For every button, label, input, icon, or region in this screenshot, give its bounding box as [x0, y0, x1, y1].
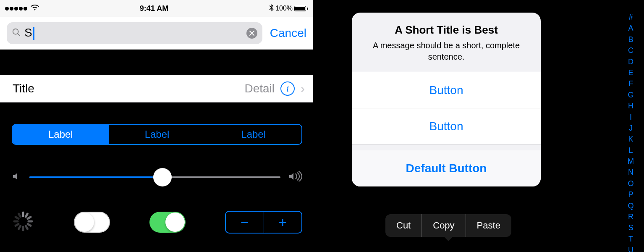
cell-detail: Detail — [244, 82, 275, 95]
index-N[interactable]: N — [628, 168, 634, 177]
slider-thumb[interactable] — [153, 168, 172, 186]
switch-on[interactable] — [149, 212, 186, 233]
index-S[interactable]: S — [628, 223, 634, 233]
status-time: 9:41 AM — [39, 4, 269, 13]
chevron-right-icon: › — [301, 81, 305, 96]
search-bar: S Cancel — [0, 17, 313, 50]
search-field[interactable]: S — [7, 22, 262, 44]
switch-off[interactable] — [74, 212, 110, 233]
svg-line-12 — [16, 217, 18, 219]
sheet-message: A message should be a short, complete se… — [364, 40, 528, 63]
index-R[interactable]: R — [628, 212, 634, 222]
index-F[interactable]: F — [628, 79, 634, 89]
index-J[interactable]: J — [628, 123, 634, 133]
svg-line-1 — [18, 33, 20, 36]
section-index[interactable]: #ABCDEFGHIJKLMNOPQRSTU — [628, 13, 634, 252]
svg-line-7 — [26, 226, 27, 229]
index-A[interactable]: A — [628, 24, 634, 33]
stepper-plus[interactable]: + — [264, 212, 301, 233]
sheet-button-1[interactable]: Button — [352, 72, 541, 108]
stepper[interactable]: − + — [225, 211, 302, 234]
svg-line-6 — [28, 224, 31, 226]
index-H[interactable]: H — [628, 101, 634, 111]
volume-slider[interactable] — [12, 171, 302, 183]
wifi-icon — [31, 5, 39, 12]
menu-cut[interactable]: Cut — [385, 214, 421, 237]
table-cell[interactable]: Title Detail i › — [0, 75, 313, 102]
battery-icon — [294, 6, 308, 11]
index-D[interactable]: D — [628, 57, 634, 67]
slider-track[interactable] — [29, 176, 280, 178]
cancel-button[interactable]: Cancel — [270, 26, 306, 40]
index-Q[interactable]: Q — [628, 201, 634, 211]
segment-2[interactable]: Label — [109, 125, 205, 144]
svg-line-4 — [28, 217, 31, 219]
signal-dots-icon — [5, 5, 28, 12]
sheet-button-2[interactable]: Button — [352, 108, 541, 144]
sheet-default-button[interactable]: Default Button — [352, 150, 541, 186]
search-text: S — [24, 26, 243, 40]
index-M[interactable]: M — [628, 157, 634, 166]
action-sheet: A Short Title is Best A message should b… — [352, 13, 541, 186]
menu-paste[interactable]: Paste — [466, 214, 511, 237]
edit-menu: Cut Copy Paste — [385, 214, 511, 237]
index-I[interactable]: I — [628, 113, 634, 122]
index-E[interactable]: E — [628, 68, 634, 78]
svg-line-10 — [16, 224, 18, 226]
index-#[interactable]: # — [628, 13, 634, 22]
svg-line-3 — [26, 214, 27, 217]
stepper-minus[interactable]: − — [226, 212, 264, 233]
index-P[interactable]: P — [628, 190, 634, 200]
battery-percent: 100% — [275, 5, 293, 12]
index-U[interactable]: U — [628, 245, 634, 252]
segmented-control[interactable]: Label Label Label — [12, 124, 302, 145]
bluetooth-icon — [269, 4, 274, 13]
info-icon[interactable]: i — [280, 81, 295, 96]
clear-icon[interactable] — [246, 28, 257, 39]
volume-low-icon — [12, 171, 22, 183]
segment-1[interactable]: Label — [13, 125, 109, 144]
cell-title: Title — [13, 82, 244, 95]
search-icon — [12, 28, 21, 39]
index-B[interactable]: B — [628, 35, 634, 45]
menu-copy[interactable]: Copy — [421, 214, 465, 237]
svg-line-9 — [19, 226, 21, 229]
svg-line-13 — [19, 214, 21, 217]
activity-spinner-icon — [12, 210, 34, 234]
index-C[interactable]: C — [628, 46, 634, 55]
index-G[interactable]: G — [628, 90, 634, 100]
index-O[interactable]: O — [628, 179, 634, 189]
segment-3[interactable]: Label — [205, 125, 301, 144]
index-T[interactable]: T — [628, 234, 634, 244]
status-bar: 9:41 AM 100% — [0, 0, 313, 17]
volume-high-icon — [288, 171, 302, 183]
sheet-title: A Short Title is Best — [364, 24, 528, 37]
index-L[interactable]: L — [628, 146, 634, 155]
index-K[interactable]: K — [628, 134, 634, 144]
